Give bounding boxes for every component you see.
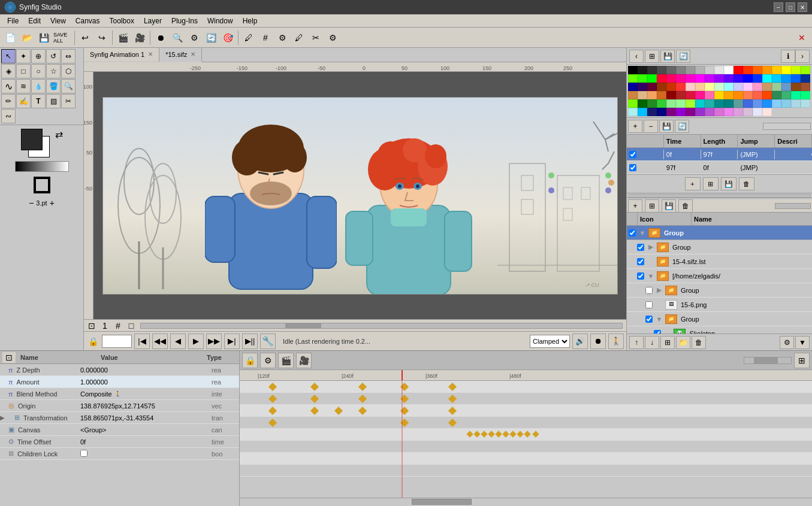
palette-color-18[interactable] — [801, 66, 810, 74]
palette-color-5[interactable] — [676, 66, 686, 74]
zoom-1-button[interactable]: 1 — [98, 321, 111, 331]
palette-color-76[interactable] — [628, 99, 638, 108]
quality-button[interactable]: ⚙ — [325, 30, 340, 46]
layer-down-button[interactable]: ↓ — [645, 336, 659, 349]
palette-color-36[interactable] — [791, 74, 801, 83]
new-button[interactable]: 📄 — [2, 30, 18, 46]
palette-color-59[interactable] — [647, 91, 657, 99]
layer-to-group-button[interactable]: 📁 — [676, 336, 690, 349]
palette-color-80[interactable] — [666, 99, 676, 108]
kf-dense-5[interactable] — [502, 431, 509, 437]
palette-color-85[interactable] — [714, 99, 724, 108]
tool-scale[interactable]: ⊕ — [31, 49, 46, 63]
settings-button[interactable]: ⚙ — [186, 30, 202, 46]
layer-row-home[interactable]: ▼ 📁 [/home/zelgadis/ — [627, 269, 812, 283]
palette-color-81[interactable] — [676, 99, 686, 108]
palette-color-43[interactable] — [676, 83, 686, 91]
remove-color-button[interactable]: − — [644, 120, 658, 133]
palette-color-25[interactable] — [686, 74, 695, 83]
palette-color-29[interactable] — [724, 74, 733, 83]
layer-del-button[interactable]: 🗑 — [692, 336, 706, 349]
maximize-button[interactable]: □ — [786, 2, 795, 12]
palette-color-22[interactable] — [657, 74, 666, 83]
palette-color-69[interactable] — [743, 91, 753, 99]
palette-color-90[interactable] — [762, 99, 772, 108]
layer-up-button[interactable]: ↑ — [629, 336, 644, 349]
kf-diamond-0-2[interactable] — [358, 383, 367, 391]
tool-polygon[interactable]: ⬡ — [61, 64, 76, 78]
palette-color-24[interactable] — [676, 74, 686, 83]
palette-color-49[interactable] — [733, 83, 743, 91]
palette-color-56[interactable] — [801, 83, 810, 91]
palette-color-109[interactable] — [762, 108, 772, 116]
palette-color-94[interactable] — [801, 99, 810, 108]
tool-transform[interactable]: ↖ — [1, 49, 16, 63]
palette-color-21[interactable] — [647, 74, 657, 83]
layer-vis-6[interactable] — [644, 316, 654, 323]
palette-color-17[interactable] — [791, 66, 801, 74]
palette-color-2[interactable] — [647, 66, 657, 74]
tl-record-button[interactable]: 🎥 — [296, 353, 312, 368]
palette-color-72[interactable] — [772, 91, 781, 99]
kf-check-0[interactable] — [627, 150, 664, 159]
palette-color-58[interactable] — [638, 91, 647, 99]
kf-diamond-1-2[interactable] — [358, 395, 367, 403]
param-value-canvas[interactable]: <Group> — [78, 426, 209, 434]
palette-color-40[interactable] — [647, 83, 657, 91]
minus-button[interactable]: − — [29, 198, 34, 208]
audio-button[interactable]: 🔊 — [572, 334, 588, 349]
keyframe-row-1[interactable]: 97f 0f (JMP) — [627, 161, 812, 174]
add-color-button[interactable]: + — [628, 120, 642, 133]
palette-color-102[interactable] — [695, 108, 705, 116]
menu-item-plug-ins[interactable]: Plug-Ins — [167, 16, 203, 26]
undo-button[interactable]: ↩ — [77, 30, 93, 46]
menu-item-canvas[interactable]: Canvas — [71, 16, 105, 26]
tool-cut[interactable]: ✂ — [61, 94, 76, 108]
prev-keyframe-button[interactable]: ◀◀ — [152, 334, 168, 349]
palette-color-65[interactable] — [705, 91, 714, 99]
palette-color-27[interactable] — [705, 74, 714, 83]
kf-dense-1[interactable] — [473, 431, 480, 437]
save-all-button[interactable]: SAVE ALL — [53, 30, 72, 46]
tool-text[interactable]: T — [31, 94, 46, 108]
palette-color-28[interactable] — [714, 74, 724, 83]
layer-row-png[interactable]: 🖼 15-6.png — [627, 298, 812, 312]
kf-diamond-3-0[interactable] — [268, 419, 277, 427]
palette-color-38[interactable] — [628, 83, 638, 91]
palette-color-50[interactable] — [743, 83, 753, 91]
kf-diamond-2-1[interactable] — [310, 407, 319, 415]
tl-scrollbar-h[interactable] — [744, 357, 792, 364]
record-button[interactable]: ⏺ — [590, 334, 606, 349]
palette-color-104[interactable] — [714, 108, 724, 116]
palette-color-60[interactable] — [657, 91, 666, 99]
plus-button[interactable]: + — [50, 198, 55, 208]
palette-color-57[interactable] — [628, 91, 638, 99]
palette-color-79[interactable] — [657, 99, 666, 108]
palette-color-26[interactable] — [695, 74, 705, 83]
palette-color-41[interactable] — [657, 83, 666, 91]
render-button[interactable]: 🎬 — [115, 30, 131, 46]
palette-color-13[interactable] — [753, 66, 762, 74]
kf-diamond-3-2[interactable] — [448, 419, 457, 427]
kf-diamond-2-3[interactable] — [358, 407, 367, 415]
palette-color-100[interactable] — [676, 108, 686, 116]
close-button[interactable]: ✕ — [798, 2, 807, 12]
layer-vis-4[interactable] — [644, 287, 654, 294]
menu-item-edit[interactable]: Edit — [23, 16, 46, 26]
tool-mirror[interactable]: ⇔ — [61, 49, 76, 63]
palette-color-107[interactable] — [743, 108, 753, 116]
play-button[interactable]: ▶ — [188, 334, 204, 349]
kf-dense-3[interactable] — [488, 431, 494, 437]
layers-dup-button[interactable]: ⊞ — [645, 199, 659, 213]
palette-color-83[interactable] — [695, 99, 705, 108]
save-palette-button[interactable]: 💾 — [660, 50, 675, 63]
param-value-amount[interactable]: 1.000000 — [78, 378, 209, 386]
palette-color-19[interactable] — [628, 74, 638, 83]
palette-color-67[interactable] — [724, 91, 733, 99]
rotate-view-button[interactable]: 🔄 — [203, 30, 219, 46]
palette-color-88[interactable] — [743, 99, 753, 108]
palette-color-1[interactable] — [638, 66, 647, 74]
palette-color-16[interactable] — [781, 66, 791, 74]
palette-color-39[interactable] — [638, 83, 647, 91]
tool-draw[interactable]: ✍ — [16, 94, 31, 108]
